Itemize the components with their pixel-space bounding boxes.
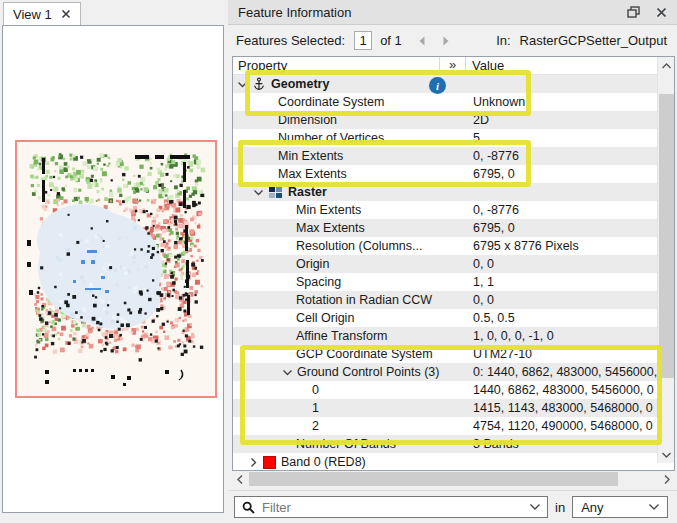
tab-close-icon[interactable] [61,9,71,19]
table-row[interactable]: GCP Coordinate SystemUTM27-10 [233,345,657,363]
vertical-scroll-thumb[interactable] [659,94,674,378]
property-value: 1415, 1143, 483000, 5468000, 0 [467,399,657,417]
property-value [467,453,657,471]
property-value: 6795 x 8776 Pixels [467,237,657,255]
scroll-up-button[interactable] [658,57,674,74]
feature-toolbar: Features Selected: 1 of 1 In: RasterGCPS… [228,25,677,56]
filter-scope-dropdown[interactable]: Any [572,496,668,518]
filter-input[interactable] [262,500,523,515]
property-value: 0.5, 0.5 [467,309,657,327]
property-value: 0, -8776 [467,147,657,165]
property-value: 0, 0 [467,291,657,309]
property-label: Number Of Bands [296,437,396,451]
table-row[interactable]: 24754, 1120, 490000, 5468000, 0 [233,417,657,435]
table-row[interactable]: Origin0, 0 [233,255,657,273]
table-row[interactable]: Dimension2D [233,111,657,129]
property-value: Unknown [467,93,657,111]
table-row[interactable]: 01440, 6862, 483000, 5456000, 0 [233,381,657,399]
property-label: Rotation in Radian CCW [296,293,432,307]
property-label: Max Extents [296,221,365,235]
table-row[interactable]: Max Extents6795, 0 [233,165,657,183]
table-row[interactable]: Raster [233,183,657,201]
table-row[interactable]: Number of Vertices5 [233,129,657,147]
property-label: Dimension [278,113,337,127]
property-value: 1440, 6862, 483000, 5456000, 0 [467,381,657,399]
close-icon[interactable] [656,7,667,18]
property-label: GCP Coordinate System [296,347,433,361]
chevron-down-icon [649,504,659,510]
panel-title: Feature Information [238,5,611,20]
chevron-down-icon[interactable] [237,79,249,90]
table-row[interactable]: Min Extents0, -8776 [233,147,657,165]
table-row[interactable]: Min Extents0, -8776 [233,201,657,219]
property-label: Coordinate System [278,95,384,109]
float-window-icon[interactable] [627,6,640,18]
property-value [467,183,657,201]
property-value: 6795, 0 [467,165,657,183]
prev-feature-button[interactable] [418,36,426,46]
property-value: UTM27-10 [467,345,657,363]
property-column-header[interactable]: Property [233,57,440,74]
band-red-icon [263,456,276,469]
feature-type-name: RasterGCPSetter_Output [520,33,667,48]
table-row[interactable]: Max Extents6795, 0 [233,219,657,237]
search-icon [242,501,255,514]
property-value: 3 Bands [467,435,657,453]
property-label: 0 [312,383,319,397]
table-row[interactable]: Rotation in Radian CCW0, 0 [233,291,657,309]
property-label: Min Extents [296,203,361,217]
scroll-down-button[interactable] [658,446,674,463]
tab-view1[interactable]: View 1 [3,2,81,25]
property-label: Cell Origin [296,311,354,325]
tab-view1-label: View 1 [13,7,52,22]
horizontal-scroll-thumb[interactable] [249,472,618,486]
property-label: Origin [296,257,329,271]
table-row[interactable]: Cell Origin0.5, 0.5 [233,309,657,327]
geometry-icon [252,77,266,91]
table-row[interactable]: Spacing1, 1 [233,273,657,291]
property-value: 6795, 0 [467,219,657,237]
map-view[interactable] [2,25,224,513]
property-value: 0, 0 [467,255,657,273]
horizontal-scrollbar[interactable] [232,471,675,487]
property-label: Spacing [296,275,341,289]
filter-combobox[interactable] [234,496,548,518]
property-label: Raster [288,185,327,199]
chevron-down-icon[interactable] [253,187,265,198]
table-row[interactable]: Band 0 (RED8) [233,453,657,471]
property-label: Band 0 (RED8) [281,455,366,469]
table-row[interactable]: Affine Transform1, 0, 0, 0, -1, 0 [233,327,657,345]
property-value: 1, 0, 0, 0, -1, 0 [467,327,657,345]
value-column-header[interactable]: Value [466,57,657,74]
property-label: Max Extents [278,167,347,181]
raster-icon [268,186,283,199]
property-value: 4754, 1120, 490000, 5468000, 0 [467,417,657,435]
table-row[interactable]: Resolution (Columns...6795 x 8776 Pixels [233,237,657,255]
table-row[interactable]: Ground Control Points (3)0: 1440, 6862, … [233,363,657,381]
selected-index-box[interactable]: 1 [354,31,372,50]
scroll-right-button[interactable] [659,471,675,487]
property-value: 1, 1 [467,273,657,291]
chevron-right-icon[interactable] [248,457,260,468]
info-icon[interactable]: i [429,77,446,94]
chevron-down-icon[interactable] [282,367,294,378]
table-row[interactable]: 11415, 1143, 483000, 5468000, 0 [233,399,657,417]
property-value [467,75,657,93]
property-value: 0: 1440, 6862, 483000, 5456000, 0 1 [467,363,657,381]
chevron-down-icon[interactable] [530,504,540,510]
vertical-scrollbar[interactable] [657,57,674,463]
expand-column-header[interactable]: » [440,57,466,74]
property-label: Min Extents [278,149,343,163]
scroll-left-button[interactable] [232,471,248,487]
table-row[interactable]: Number Of Bands3 Bands [233,435,657,453]
app-window: View 1 Feature Information Features Sele… [0,0,677,523]
property-label: 1 [312,401,319,415]
table-header: Property » Value [233,57,657,75]
filter-bar: in Any [228,490,677,523]
feature-info-titlebar: Feature Information [228,0,677,25]
property-value: 0, -8776 [467,201,657,219]
next-feature-button[interactable] [442,36,450,46]
table-row[interactable]: Coordinate SystemUnknown [233,93,657,111]
source-group: In: RasterGCPSetter_Output [496,33,669,48]
property-table: Property » Value GeometryCoordinate Syst… [232,56,675,471]
